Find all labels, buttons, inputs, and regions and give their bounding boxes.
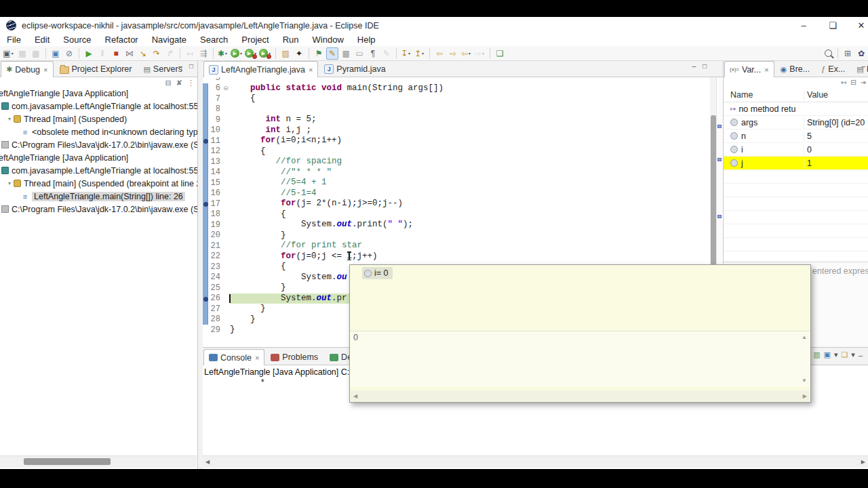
previous-annotation-icon[interactable]: ↥▾	[414, 47, 426, 60]
column-header-value[interactable]: Value	[804, 90, 868, 100]
open-type-icon[interactable]: ⚑	[313, 47, 325, 60]
popup-scroll-right-icon[interactable]: ▶	[803, 393, 807, 399]
line-number[interactable]: 5	[203, 77, 222, 83]
open-perspective-icon[interactable]: ⊞	[842, 47, 854, 60]
tab-pyramid-java[interactable]: JPyramid.java	[319, 61, 391, 77]
menu-source[interactable]: Source	[56, 34, 98, 46]
dropdown-arrow-icon[interactable]: ▾	[469, 51, 471, 56]
line-number[interactable]: 29	[203, 325, 222, 335]
dropdown-arrow-icon[interactable]: ▾	[422, 51, 424, 56]
next-annotation-icon[interactable]: ↧▾	[400, 47, 412, 60]
drop-to-frame-icon[interactable]: ↤	[184, 47, 196, 60]
step-over-icon[interactable]: ↷	[151, 47, 163, 60]
debug-panel-minmax[interactable]: ‒□	[178, 62, 193, 70]
minimize-view-icon[interactable]: ‒	[692, 62, 696, 70]
use-step-filters-icon[interactable]: ⇶	[197, 47, 210, 60]
dropdown-arrow-icon[interactable]: ▾	[225, 51, 227, 56]
code-line[interactable]: 9 int n = 5;	[203, 115, 709, 125]
menu-navigate[interactable]: Navigate	[145, 34, 193, 46]
show-selected-element-icon[interactable]: ▭	[353, 47, 366, 60]
debug-panel-hscroll-thumb[interactable]	[24, 458, 111, 465]
tree-item[interactable]: ≡LeftAngleTriangle.main(String[]) line: …	[0, 190, 197, 203]
debug-perspective-icon[interactable]: ✿	[855, 47, 867, 60]
tree-item[interactable]: eftAngleTriangle [Java Application]	[0, 87, 197, 100]
menu-run[interactable]: Run	[276, 34, 306, 46]
expander-icon[interactable]: ▾	[8, 116, 11, 122]
debug-panel-hscrollbar[interactable]	[0, 455, 197, 468]
new-wizard-icon[interactable]: ▣▾	[3, 47, 15, 60]
dropdown-arrow-icon[interactable]: ▾	[12, 51, 14, 56]
tree-item[interactable]: eftAngleTriangle [Java Application]	[0, 151, 197, 164]
pin-console-icon[interactable]: ▥	[813, 350, 820, 359]
open-resource-icon[interactable]: ▨	[279, 47, 292, 60]
code-line[interactable]: 22 for(j=0;j <= i;j++)	[203, 251, 709, 262]
breakpoint-icon[interactable]	[203, 139, 208, 144]
code-line[interactable]: 20 }	[203, 230, 709, 241]
tab-bre-[interactable]: ◉Bre...	[775, 61, 815, 77]
variable-row[interactable]: ↦no method retu	[724, 102, 868, 116]
variables-panel-minmax[interactable]: ‒	[861, 62, 865, 70]
menu-project[interactable]: Project	[235, 34, 275, 46]
profile-icon[interactable]: ▶▾	[259, 47, 272, 60]
show-logical-structure-icon[interactable]: ↤	[841, 79, 846, 86]
step-return-icon[interactable]: ↱	[164, 47, 176, 60]
menu-help[interactable]: Help	[351, 34, 382, 46]
mark-occurrences-icon[interactable]: ✎	[326, 47, 338, 60]
close-button[interactable]: ✕	[850, 17, 868, 34]
code-line[interactable]: 8	[203, 104, 709, 115]
coverage-icon[interactable]: ▶▾	[245, 47, 258, 60]
minimize-view-icon[interactable]: ‒	[178, 62, 182, 70]
tree-item[interactable]: ▾Thread [main] (Suspended (breakpoint at…	[0, 177, 197, 190]
expander-icon[interactable]: ▾	[8, 180, 11, 186]
code-line[interactable]: 11 for(i=0;i<n;i++)	[203, 136, 709, 146]
open-new-window-icon[interactable]: ❏	[494, 47, 506, 60]
fold-marker-icon[interactable]: ⊖	[222, 85, 230, 92]
minimize-view-icon[interactable]: ‒	[861, 62, 865, 70]
breakpoint-icon[interactable]	[203, 202, 208, 207]
code-line[interactable]: 10 int i,j ;	[203, 125, 709, 136]
save-all-icon[interactable]: ▩	[30, 47, 42, 60]
tab-close-icon[interactable]: ×	[43, 66, 47, 74]
tab-close-icon[interactable]: ×	[764, 66, 768, 74]
popup-scroll-up-icon[interactable]: ▲	[802, 334, 807, 340]
tree-item[interactable]: com.javasample.LeftAngleTriangle at loca…	[0, 164, 197, 177]
tab-in-[interactable]: ▤In...	[851, 61, 868, 77]
tree-item[interactable]: C:\Program Files\Java\jdk-17.0.2\bin\jav…	[0, 138, 197, 151]
variable-row[interactable]: n5	[724, 129, 868, 143]
variable-row[interactable]: j1	[724, 157, 868, 170]
search-wand-icon[interactable]: ✦	[293, 47, 305, 60]
dropdown-arrow-icon[interactable]: ▾	[408, 51, 410, 56]
tree-item[interactable]: C:\Program Files\Java\jdk-17.0.2\bin\jav…	[0, 203, 197, 216]
code-line[interactable]: 12 {	[203, 146, 709, 157]
menu-refactor[interactable]: Refactor	[98, 34, 145, 46]
code-line[interactable]: 16 //5-1=4	[203, 188, 709, 199]
skip-breakpoints-icon[interactable]: ⊘	[63, 47, 75, 60]
collapse-all-icon[interactable]: ⊟	[850, 79, 856, 86]
maximize-view-icon[interactable]: □	[189, 62, 193, 70]
code-line[interactable]: 5	[203, 77, 709, 83]
open-console-dropdown[interactable]: ▾	[851, 350, 855, 359]
popup-variable-entry[interactable]: i= 0	[362, 267, 393, 279]
tab-console[interactable]: Console×	[203, 349, 264, 365]
next-edit-location-icon[interactable]: ⇨	[447, 47, 459, 60]
code-line[interactable]: 14 //"* * * "	[203, 167, 709, 178]
tab-var-[interactable]: (x)=Var...×	[724, 61, 774, 77]
pin-icon[interactable]: ⇥	[861, 79, 866, 86]
popup-scroll-down-icon[interactable]: ▼	[802, 378, 807, 384]
display-console-dropdown[interactable]: ▾	[834, 350, 838, 359]
menu-window[interactable]: Window	[306, 34, 351, 46]
overview-annotation-icon[interactable]	[717, 125, 722, 128]
link-with-editor-icon[interactable]: ▩	[340, 47, 352, 60]
menu-file[interactable]: File	[0, 34, 28, 46]
dropdown-arrow-icon[interactable]: ▾	[240, 51, 242, 56]
code-line[interactable]: 19 System.out.print(" ");	[203, 220, 709, 230]
code-line[interactable]: 7 {	[203, 94, 709, 104]
last-edit-location-icon[interactable]: ⇦	[433, 47, 446, 60]
popup-detail-pane[interactable]: 0 ▲ ▼	[351, 331, 810, 386]
menu-edit[interactable]: Edit	[28, 34, 56, 46]
tab-problems[interactable]: Problems	[265, 349, 323, 365]
step-into-icon[interactable]: ↘	[137, 47, 149, 60]
console-hscrollbar[interactable]: ◀ ▶	[203, 455, 868, 468]
tree-item[interactable]: ▾Thread [main] (Suspended)	[0, 113, 197, 125]
console-scroll-left-icon[interactable]: ◀	[205, 459, 210, 465]
